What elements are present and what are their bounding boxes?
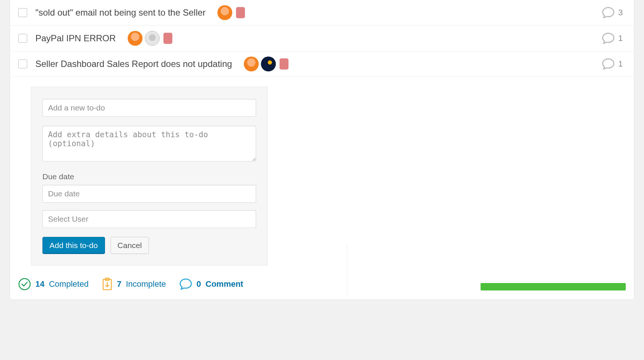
footer-stats: 14 Completed 7 Incomplete 0 Comment [10,269,634,299]
comment-icon [602,33,615,44]
todo-details-textarea[interactable] [42,126,256,161]
incomplete-stat[interactable]: 7 Incomplete [102,278,166,290]
page-container: "sold out" email not being sent to the S… [10,0,634,300]
comment-stat-count: 0 [197,279,201,289]
comment-icon [602,58,615,70]
task-title[interactable]: Seller Dashboard Sales Report does not u… [35,59,232,69]
task-avatars [128,31,172,46]
comment-stat-label: Comment [205,279,243,289]
cancel-button[interactable]: Cancel [111,237,149,254]
priority-tag[interactable] [236,7,245,18]
task-row[interactable]: "sold out" email not being sent to the S… [10,0,634,26]
comment-count: 1 [618,59,623,69]
task-row[interactable]: Seller Dashboard Sales Report does not u… [10,51,634,77]
avatar[interactable] [217,5,232,20]
check-circle-icon [18,278,31,290]
avatar[interactable] [244,57,259,71]
completed-stat[interactable]: 14 Completed [18,278,89,290]
add-todo-panel-wrap: Due date Add this to-do Cancel [10,77,634,269]
comment-count-badge[interactable]: 1 [602,33,623,44]
task-checkbox[interactable] [18,34,27,43]
svg-point-0 [19,279,30,290]
comment-count: 3 [618,8,623,17]
footer-divider [347,244,347,296]
comment-icon [179,279,192,290]
comment-stat[interactable]: 0 Comment [179,279,243,290]
add-todo-button[interactable]: Add this to-do [42,237,105,254]
completed-label: Completed [49,279,88,289]
priority-tag[interactable] [280,58,288,70]
todo-title-input[interactable] [42,99,256,117]
comment-count-badge[interactable]: 3 [602,7,623,18]
due-date-input[interactable] [42,185,256,203]
avatar[interactable] [128,31,143,46]
task-row[interactable]: PayPal IPN ERROR 1 [10,26,634,51]
due-date-label: Due date [42,172,256,181]
task-avatars [217,5,245,20]
priority-tag[interactable] [163,33,172,44]
add-todo-panel: Due date Add this to-do Cancel [31,87,268,266]
completed-count: 14 [35,279,44,289]
task-avatars [244,57,288,71]
comment-icon [602,7,615,18]
incomplete-label: Incomplete [126,279,166,289]
select-user-input[interactable] [42,210,256,228]
task-checkbox[interactable] [18,60,27,68]
task-title[interactable]: "sold out" email not being sent to the S… [35,7,205,18]
avatar[interactable] [145,31,160,46]
comment-count-badge[interactable]: 1 [602,58,623,70]
progress-bar [481,283,626,290]
task-title[interactable]: PayPal IPN ERROR [35,33,116,44]
task-checkbox[interactable] [18,8,27,17]
comment-count: 1 [618,33,623,43]
clipboard-icon [102,278,112,290]
incomplete-count: 7 [117,279,121,289]
avatar[interactable] [261,57,276,71]
